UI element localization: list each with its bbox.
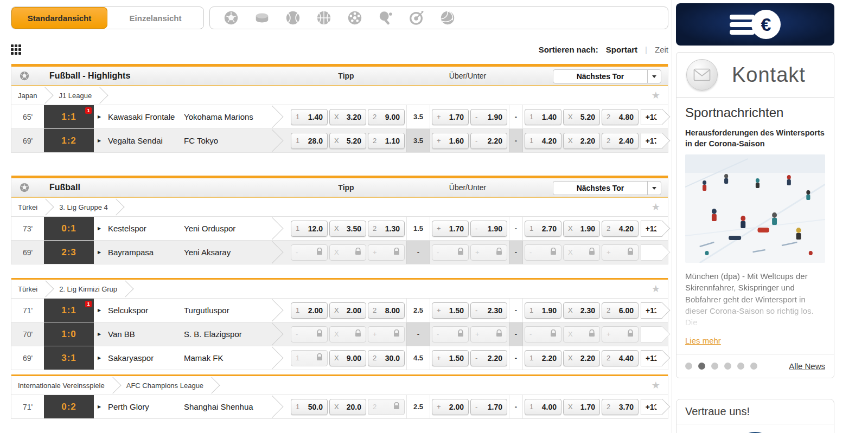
odds-button-over-under[interactable]: +1.70: [432, 109, 469, 125]
more-markets-button[interactable]: +12: [641, 221, 662, 237]
favorite-star-icon[interactable]: ★: [652, 284, 660, 294]
odds-button-next-goal[interactable]: 26.00: [602, 302, 639, 319]
more-markets-button[interactable]: +19: [641, 399, 662, 415]
breadcrumb-item[interactable]: Japan: [18, 92, 37, 100]
expand-arrow-icon[interactable]: ▶: [94, 299, 105, 322]
odds-button-over-under[interactable]: -1.70: [470, 399, 507, 415]
basketball-icon[interactable]: [316, 10, 332, 26]
odds-button-tipp[interactable]: X3.20: [329, 109, 366, 125]
breadcrumb-item[interactable]: Internationale Vereinsspiele: [18, 382, 105, 390]
table-tennis-icon[interactable]: [378, 10, 394, 26]
odds-button-next-goal[interactable]: 22.40: [602, 133, 639, 149]
home-team[interactable]: Kawasaki Frontale: [105, 105, 184, 128]
tennis-icon[interactable]: [285, 10, 301, 26]
odds-button-over-under[interactable]: +1.70: [432, 221, 469, 237]
odds-button-tipp[interactable]: 150.0: [291, 399, 328, 415]
home-team[interactable]: Van BB: [105, 322, 184, 346]
odds-button-next-goal[interactable]: X2.20: [563, 133, 600, 149]
news-headline[interactable]: Herausforderungen des Wintersports in de…: [685, 128, 825, 149]
odds-button-next-goal[interactable]: 24.40: [602, 350, 639, 366]
chevron-down-icon[interactable]: [647, 70, 661, 83]
expand-arrow-icon[interactable]: ▶: [94, 395, 105, 418]
odds-button-next-goal[interactable]: X2.20: [563, 350, 600, 366]
odds-button-over-under[interactable]: +2.00: [432, 399, 469, 415]
breadcrumb-item[interactable]: Türkei: [18, 285, 37, 293]
odds-button-tipp[interactable]: X5.20: [329, 133, 366, 149]
away-team[interactable]: Mamak FK: [184, 346, 272, 370]
odds-button-tipp[interactable]: 21.30: [368, 221, 405, 237]
favorite-star-icon[interactable]: ★: [652, 91, 660, 100]
expand-arrow-icon[interactable]: ▶: [94, 322, 105, 346]
odds-button-tipp[interactable]: X2.00: [329, 302, 366, 319]
odds-button-over-under[interactable]: -2.30: [470, 302, 507, 319]
favorite-star-icon[interactable]: ★: [652, 202, 660, 212]
odds-button-tipp[interactable]: 21.10: [368, 133, 405, 149]
kontakt-link[interactable]: Kontakt: [676, 53, 834, 98]
next-goal-dropdown[interactable]: Nächstes Tor: [553, 69, 661, 83]
odds-button-tipp[interactable]: 230.0: [368, 350, 405, 366]
odds-button-over-under[interactable]: -2.20: [470, 133, 507, 149]
more-markets-button[interactable]: +11: [641, 350, 662, 366]
tab-standardansicht[interactable]: Standardansicht: [11, 7, 107, 29]
home-team[interactable]: Selcukspor: [105, 299, 184, 322]
pagination-dot[interactable]: [737, 363, 744, 370]
pagination-dot[interactable]: [724, 363, 731, 370]
away-team[interactable]: FC Tokyo: [184, 129, 272, 152]
expand-arrow-icon[interactable]: ▶: [94, 129, 105, 152]
away-team[interactable]: Shanghai Shenhua: [184, 395, 272, 418]
odds-button-over-under[interactable]: -2.20: [470, 350, 507, 366]
odds-button-over-under[interactable]: +1.50: [432, 302, 469, 319]
all-news-link[interactable]: Alle News: [789, 361, 825, 371]
odds-button-tipp[interactable]: X20.0: [329, 399, 366, 415]
odds-button-next-goal[interactable]: X5.20: [563, 109, 600, 125]
favorite-star-icon[interactable]: ★: [652, 380, 660, 390]
pagination-dot[interactable]: [685, 363, 692, 370]
volleyball-icon[interactable]: [439, 10, 456, 26]
pagination-dot[interactable]: [698, 363, 705, 370]
odds-button-next-goal[interactable]: X2.30: [563, 302, 600, 319]
expand-arrow-icon[interactable]: ▶: [94, 105, 105, 128]
away-team[interactable]: S. B. Elazigspor: [184, 322, 272, 346]
breadcrumb-item[interactable]: Türkei: [18, 203, 37, 211]
breadcrumb-item[interactable]: 3. Lig Gruppe 4: [59, 203, 108, 211]
sort-by-sport[interactable]: Sportart: [606, 45, 637, 54]
pagination-dot[interactable]: [750, 363, 757, 370]
odds-button-next-goal[interactable]: 12.70: [525, 221, 561, 237]
odds-button-next-goal[interactable]: 12.20: [525, 350, 561, 366]
next-goal-dropdown[interactable]: Nächstes Tor: [553, 181, 661, 195]
odds-button-tipp[interactable]: 112.0: [291, 221, 328, 237]
expand-arrow-icon[interactable]: ▶: [94, 346, 105, 370]
home-team[interactable]: Vegalta Sendai: [105, 129, 184, 152]
tab-einzelansicht[interactable]: Einzelansicht: [107, 7, 203, 29]
more-markets-button[interactable]: +11: [641, 302, 662, 319]
odds-button-tipp[interactable]: 11.40: [291, 109, 328, 125]
expand-arrow-icon[interactable]: ▶: [94, 241, 105, 264]
breadcrumb-item[interactable]: AFC Champions League: [126, 382, 203, 390]
odds-button-next-goal[interactable]: 23.70: [602, 399, 639, 415]
odds-button-over-under[interactable]: -1.90: [470, 221, 507, 237]
darts-icon[interactable]: [409, 10, 425, 26]
away-team[interactable]: Yeni Aksaray: [184, 241, 272, 264]
ice-hockey-icon[interactable]: [254, 10, 270, 26]
odds-button-tipp[interactable]: 12.00: [291, 302, 328, 319]
away-team[interactable]: Yokohama Marions: [184, 105, 272, 128]
away-team[interactable]: Yeni Orduspor: [184, 217, 272, 240]
breadcrumb-item[interactable]: J1 League: [59, 92, 92, 100]
home-team[interactable]: Kestelspor: [105, 217, 184, 240]
odds-button-next-goal[interactable]: 11.40: [525, 109, 561, 125]
odds-button-over-under[interactable]: -1.90: [470, 109, 507, 125]
odds-button-next-goal[interactable]: 24.20: [602, 221, 639, 237]
more-markets-button[interactable]: +17: [641, 133, 662, 149]
odds-button-next-goal[interactable]: X1.90: [563, 221, 600, 237]
chevron-down-icon[interactable]: [647, 182, 661, 195]
pagination-dot[interactable]: [711, 363, 718, 370]
home-team[interactable]: Bayrampasa: [105, 241, 184, 264]
breadcrumb-item[interactable]: 2. Lig Kirmizi Grup: [59, 285, 117, 293]
soccer-alt-icon[interactable]: [347, 10, 363, 26]
odds-button-next-goal[interactable]: 24.80: [602, 109, 639, 125]
odds-button-tipp[interactable]: 29.00: [368, 109, 405, 125]
odds-button-tipp[interactable]: X9.00: [329, 350, 366, 366]
odds-button-over-under[interactable]: +1.50: [432, 350, 469, 366]
more-markets-button[interactable]: +18: [641, 109, 662, 125]
grid-view-icon[interactable]: [11, 44, 21, 55]
